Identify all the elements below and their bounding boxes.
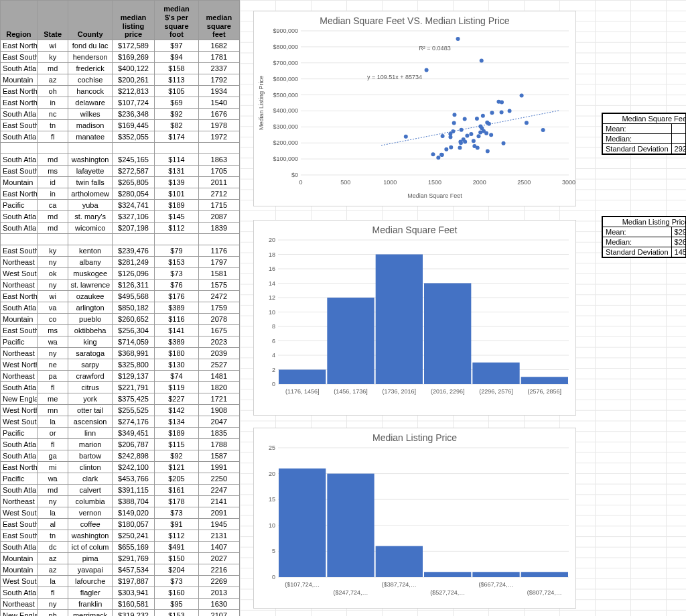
cell[interactable]: $227 (155, 393, 198, 405)
cell[interactable]: oh (37, 86, 68, 97)
cell[interactable]: South Atlan (1, 382, 38, 393)
cell[interactable]: 2250 (198, 473, 239, 485)
cell[interactable]: la (37, 507, 68, 519)
cell[interactable]: $79 (155, 245, 198, 257)
cell[interactable]: al (37, 519, 68, 530)
cell[interactable]: 1587 (198, 450, 239, 462)
cell[interactable]: $153 (155, 610, 198, 617)
cell[interactable]: frederick (68, 63, 112, 74)
cell[interactable]: citrus (68, 382, 112, 393)
cell[interactable]: 1797 (198, 257, 239, 268)
cell[interactable]: East South (1, 120, 38, 131)
cell[interactable]: $272,587 (112, 166, 154, 177)
cell[interactable]: ga (37, 450, 68, 462)
cell[interactable]: columbia (68, 496, 112, 507)
cell[interactable] (1, 234, 38, 245)
cell[interactable]: $172,589 (112, 40, 154, 52)
cell[interactable]: $116 (155, 314, 198, 325)
cell[interactable]: co (37, 314, 68, 325)
cell[interactable]: $265,805 (112, 177, 154, 188)
cell[interactable]: $375,425 (112, 393, 154, 405)
cell[interactable] (198, 234, 239, 245)
cell[interactable]: $121 (155, 462, 198, 473)
cell[interactable]: fond du lac (68, 40, 112, 52)
cell[interactable]: 1792 (198, 74, 239, 86)
cell[interactable]: $139 (155, 177, 198, 188)
cell[interactable]: la (37, 416, 68, 428)
cell[interactable]: New Englan (1, 393, 38, 405)
cell[interactable] (68, 234, 112, 245)
cell[interactable]: 1407 (198, 542, 239, 553)
cell[interactable]: wi (37, 291, 68, 302)
cell[interactable]: $160,581 (112, 599, 154, 610)
cell[interactable] (37, 234, 68, 245)
cell[interactable]: 1705 (198, 166, 239, 177)
cell[interactable]: $161 (155, 485, 198, 496)
cell[interactable]: $389 (155, 302, 198, 314)
cell[interactable]: East North (1, 40, 38, 52)
cell[interactable]: South Atlan (1, 485, 38, 496)
cell[interactable]: $850,182 (112, 302, 154, 314)
cell[interactable]: 2023 (198, 336, 239, 348)
cell[interactable]: West South (1, 507, 38, 519)
cell[interactable]: ky (37, 52, 68, 63)
cell[interactable]: 1908 (198, 405, 239, 416)
cell[interactable]: ms (37, 166, 68, 177)
cell[interactable]: nc (37, 109, 68, 120)
cell[interactable]: South Atlan (1, 587, 38, 599)
cell[interactable]: muskogee (68, 268, 112, 280)
cell[interactable]: $352,055 (112, 131, 154, 143)
cell[interactable]: South Atlan (1, 211, 38, 223)
cell[interactable]: $207,198 (112, 223, 154, 234)
cell[interactable]: 2131 (198, 530, 239, 542)
cell[interactable]: ascension (68, 416, 112, 428)
cell[interactable]: $255,525 (112, 405, 154, 416)
cell[interactable]: West North (1, 405, 38, 416)
cell[interactable]: Pacific (1, 428, 38, 439)
cell[interactable]: $178 (155, 496, 198, 507)
cell[interactable]: $388,704 (112, 496, 154, 507)
cell[interactable]: lafayette (68, 166, 112, 177)
cell[interactable]: East South (1, 530, 38, 542)
cell[interactable]: pa (37, 371, 68, 382)
cell[interactable]: 1839 (198, 223, 239, 234)
cell[interactable] (198, 143, 239, 154)
cell[interactable]: nh (37, 610, 68, 617)
cell[interactable]: in (37, 188, 68, 200)
cell[interactable]: washington (68, 154, 112, 166)
cell[interactable]: clark (68, 473, 112, 485)
cell[interactable]: $324,741 (112, 200, 154, 211)
cell[interactable]: twin falls (68, 177, 112, 188)
cell[interactable]: $174 (155, 131, 198, 143)
cell[interactable]: bartow (68, 450, 112, 462)
cell[interactable]: madison (68, 120, 112, 131)
cell[interactable]: $69 (155, 97, 198, 109)
cell[interactable]: $200,261 (112, 74, 154, 86)
cell[interactable]: West South (1, 416, 38, 428)
cell[interactable]: ozaukee (68, 291, 112, 302)
cell[interactable]: 1630 (198, 599, 239, 610)
cell[interactable]: West South (1, 576, 38, 587)
cell[interactable]: 2011 (198, 177, 239, 188)
cell[interactable]: East North (1, 291, 38, 302)
cell[interactable]: ok (37, 268, 68, 280)
cell[interactable]: 1978 (198, 120, 239, 131)
cell[interactable]: md (37, 485, 68, 496)
cell[interactable] (112, 234, 154, 245)
cell[interactable]: $149,020 (112, 507, 154, 519)
cell[interactable]: ny (37, 496, 68, 507)
cell[interactable]: South Atlan (1, 223, 38, 234)
cell[interactable]: $73 (155, 507, 198, 519)
cell[interactable]: fl (37, 382, 68, 393)
cell[interactable]: $92 (155, 109, 198, 120)
cell[interactable]: artholomew (68, 188, 112, 200)
cell[interactable]: $457,534 (112, 564, 154, 576)
cell[interactable]: mn (37, 405, 68, 416)
cell[interactable]: az (37, 564, 68, 576)
cell[interactable]: $114 (155, 154, 198, 166)
cell[interactable]: $250,241 (112, 530, 154, 542)
cell[interactable]: $158 (155, 63, 198, 74)
cell[interactable]: 2216 (198, 564, 239, 576)
cell[interactable]: East South (1, 519, 38, 530)
cell[interactable]: washington (68, 530, 112, 542)
